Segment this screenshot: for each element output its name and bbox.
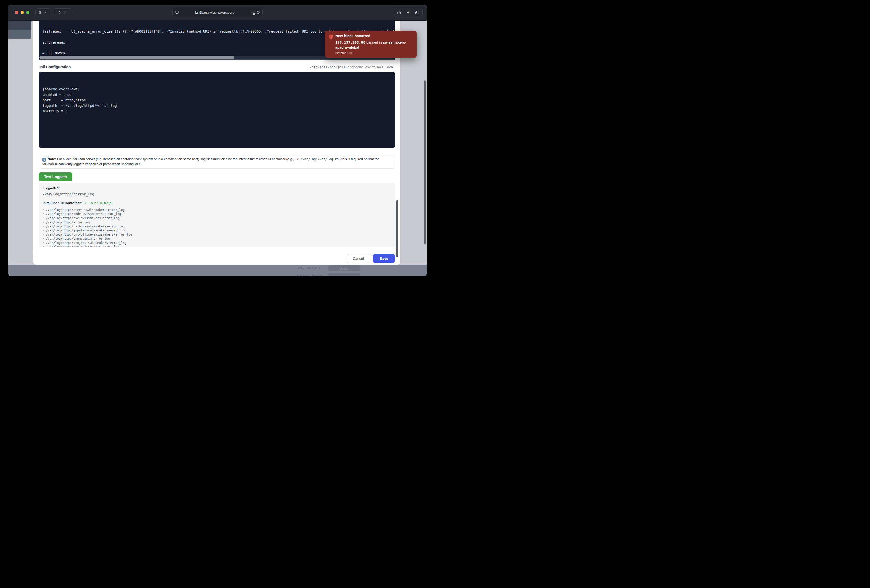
container-label: In fail2ban-ui Container: (43, 201, 82, 205)
bullet-icon: • (43, 212, 43, 216)
horizontal-scrollbar-thumb[interactable] (39, 56, 234, 59)
list-item: •/var/log/httpd/error_log (43, 220, 391, 224)
jail-config-editor[interactable]: [apache-overflows] enabled = true port =… (39, 72, 395, 148)
note-code: -v /var/log:/var/log:ro (295, 157, 339, 161)
page-settings-icon[interactable] (176, 11, 179, 14)
toolbar-right-buttons: + (394, 8, 423, 17)
close-window-button[interactable] (15, 11, 18, 14)
list-item: •/var/log/httpd/jupyter-swissmakers-erro… (43, 229, 391, 232)
logpath-label: Logpath 1: (43, 186, 391, 190)
history-nav-buttons (53, 8, 72, 16)
toast-content: New block occurred 178.197.203.66 banned… (335, 34, 413, 55)
check-icon: ✓ (84, 201, 87, 205)
bullet-icon: • (43, 225, 43, 228)
bullet-icon: • (43, 233, 43, 236)
window-controls (15, 11, 30, 14)
ban-notification-toast[interactable]: New block occurred 178.197.203.66 banned… (325, 31, 417, 58)
list-item: •/var/log/httpd/project-swissmakers-erro… (43, 241, 391, 245)
bullet-icon: • (43, 229, 43, 232)
banned-ip-value: 211.101.245.139 (296, 274, 322, 276)
bullet-icon: • (43, 245, 43, 247)
zoom-window-button[interactable] (26, 11, 30, 14)
banned-ip-value: 120.79.214.137 (296, 266, 320, 270)
cancel-button[interactable]: Cancel (347, 254, 370, 263)
translate-badge: a (253, 13, 255, 15)
toast-ip: 178.197.203.66 (335, 40, 365, 44)
background-table-strip: 120.79.214.137 Unban 211.101.245.139 (8, 264, 427, 276)
shield-icon (329, 34, 333, 55)
page-content: 120.79.214.137 Unban 211.101.245.139 fai… (8, 21, 427, 276)
unban-button (328, 273, 361, 276)
translate-icon[interactable]: A a (251, 11, 254, 14)
list-item: •/var/log/httpd/phpmyadmin-error_log (43, 236, 391, 241)
save-button[interactable]: Save (373, 254, 395, 263)
share-icon[interactable] (398, 10, 401, 15)
forward-button[interactable] (64, 10, 66, 14)
list-item: •/var/log/httpd/code-swissmakers-error_l… (43, 212, 391, 216)
address-bar-actions: A a (251, 10, 260, 14)
jail-config-path: /etc/fail2ban/jail.d/apache-overflows.lo… (310, 65, 395, 69)
back-button[interactable] (58, 10, 61, 14)
browser-toolbar: fail2ban.swissmakers.corp A a + (8, 4, 427, 21)
sidebar-icon (39, 10, 43, 14)
new-tab-icon[interactable]: + (407, 10, 410, 15)
note-text: For a local fail2ban server (e.g. instal… (56, 157, 295, 161)
reload-icon[interactable] (256, 10, 260, 14)
url-text: fail2ban.swissmakers.corp (179, 10, 251, 15)
list-item: •/var/log/httpd/onlyoffice-swissmakers-e… (43, 232, 391, 236)
list-item: •/var/log/httpd/access-swissmakers-error… (43, 208, 391, 212)
jail-config-header: Jail Configuration /etc/fail2ban/jail.d/… (39, 65, 395, 70)
tab-overview-icon[interactable] (416, 10, 419, 15)
bullet-icon: • (43, 241, 43, 245)
unban-button: Unban (328, 265, 361, 272)
page-scrollbar-thumb[interactable] (424, 80, 426, 244)
bullet-icon: • (43, 208, 43, 212)
list-item: •/var/log/httpd/rpm-swissmakers-error_lo… (43, 245, 391, 247)
test-logpath-button[interactable]: Test Logpath (39, 172, 73, 181)
bullet-icon: • (43, 221, 43, 224)
chevron-down-icon (45, 12, 47, 13)
bullet-icon: • (43, 237, 43, 240)
section-title: Jail Configuration (39, 65, 71, 69)
info-icon: i (42, 158, 46, 162)
logpath-file-list: •/var/log/httpd/access-swissmakers-error… (43, 208, 391, 247)
container-result-line: In fail2ban-ui Container:✓Found 16 file(… (43, 201, 391, 205)
browser-window: fail2ban.swissmakers.corp A a + (8, 4, 427, 276)
list-item: •/var/log/httpd/cve-swissmakers-error_lo… (43, 216, 391, 220)
modal-footer: Cancel Save (33, 252, 400, 264)
sidebar-toggle-button[interactable] (36, 8, 50, 16)
toast-mid-text: banned in (365, 40, 383, 44)
logpath-value: /var/log/httpd/*error_log (43, 192, 391, 196)
minimize-window-button[interactable] (21, 11, 24, 14)
toast-meta: rlinfp02 • CH (335, 51, 413, 55)
background-page-header (8, 21, 31, 30)
found-files-status: Found 16 file(s) (89, 201, 113, 205)
note-box: iNote: For a local fail2ban server (e.g.… (39, 154, 395, 169)
bullet-icon: • (43, 216, 43, 220)
background-page-sidebar (8, 30, 31, 39)
note-label: Note: (48, 157, 56, 161)
toast-message: 178.197.203.66 banned in swissmakers-apa… (335, 40, 413, 50)
address-bar[interactable]: fail2ban.swissmakers.corp A a (172, 8, 263, 17)
modal-scrollbar-thumb[interactable] (396, 200, 398, 257)
jail-config-text: [apache-overflows] enabled = true port =… (43, 87, 391, 114)
toast-title: New block occurred (335, 34, 413, 38)
logpath-test-results: Logpath 1: /var/log/httpd/*error_log In … (39, 183, 395, 247)
list-item: •/var/log/httpd/harbor-swissmakers-error… (43, 224, 391, 229)
